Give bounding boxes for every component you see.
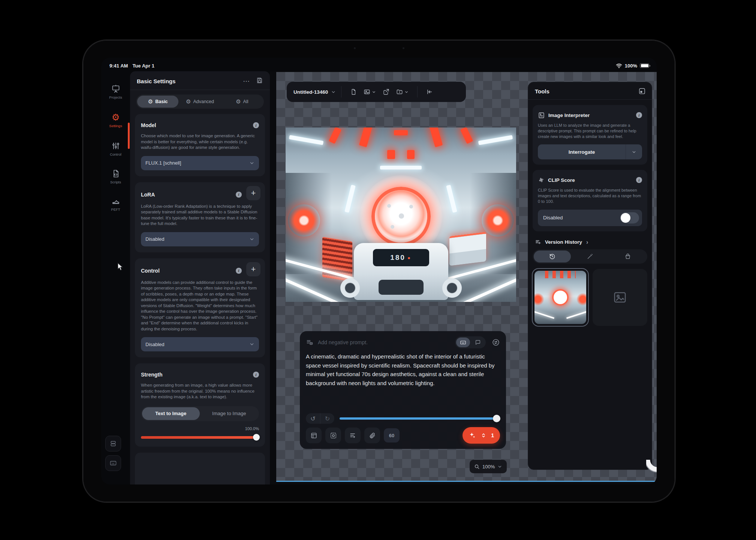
sidebar-item-label: Control — [110, 152, 121, 156]
chat-mode-icon[interactable] — [471, 338, 485, 347]
control-card: Control i + Additive models can provide … — [135, 258, 265, 358]
new-document-button[interactable] — [347, 88, 360, 95]
attachment-icon[interactable] — [364, 428, 380, 443]
interrogate-button[interactable]: Interrogate — [538, 144, 642, 159]
collapse-panel-icon[interactable] — [423, 88, 436, 95]
image-placeholder-icon — [612, 290, 627, 305]
strength-card: Strength i When generating from an image… — [135, 363, 265, 447]
undo-redo-group: ↺ ↻ — [306, 413, 334, 424]
prompt-text[interactable]: A cinematic, dramatic and hyperrealistic… — [306, 352, 495, 387]
add-control-button[interactable]: + — [246, 262, 260, 276]
script-file-icon — [111, 169, 120, 178]
insert-image-button[interactable] — [360, 88, 379, 95]
canvas-scroll-indicator[interactable] — [276, 481, 657, 482]
tab-basic[interactable]: ⚙ Basic — [137, 96, 178, 108]
info-icon[interactable]: i — [236, 192, 242, 198]
version-thumbnail-current[interactable] — [533, 269, 588, 326]
undo-button[interactable]: ↺ — [306, 413, 320, 424]
steps-value[interactable]: 60 — [384, 428, 400, 442]
sidebar-item-label: Scripts — [110, 180, 121, 184]
settings-scroll-area[interactable]: Model i Choose which model to use for im… — [130, 114, 270, 484]
gear-icon: ⚙ — [148, 99, 153, 105]
chevron-right-icon: › — [586, 239, 588, 246]
project-folder-button[interactable] — [393, 88, 412, 95]
history-slider[interactable] — [340, 415, 500, 422]
clip-score-state-label: Disabled — [543, 215, 563, 220]
tab-all[interactable]: ⚙ All — [222, 96, 263, 108]
share-export-button[interactable] — [379, 88, 393, 95]
chevron-down-icon — [249, 342, 254, 347]
version-history-header[interactable]: Version History › — [528, 237, 652, 249]
clip-score-toggle-row: Disabled — [538, 210, 642, 226]
interrogate-options-chevron[interactable] — [626, 144, 642, 159]
image-interpreter-card: Image Interpreter i Uses an LLM to analy… — [533, 105, 647, 165]
info-icon[interactable]: i — [636, 177, 642, 183]
ipad-device: 9:41 AM Tue Apr 1 100% — [83, 40, 675, 502]
divider — [130, 90, 270, 90]
control-description: Additive models can provide additional c… — [141, 280, 259, 332]
lora-dropdown[interactable]: Disabled — [141, 232, 259, 246]
layers-icon — [109, 440, 117, 447]
canvas-size-button[interactable] — [306, 428, 322, 443]
divider — [341, 86, 341, 98]
chevron-down-icon — [497, 464, 502, 469]
sidebar-item-settings[interactable]: ⚙ Settings — [101, 112, 130, 136]
mode-text-to-image[interactable]: Text to Image — [142, 407, 200, 420]
lora-description: LoRA (Low-order Rank Adaptation) is a te… — [141, 204, 259, 227]
page-curl-affordance[interactable] — [646, 460, 657, 475]
nav-rail: Projects ⚙ Settings Control — [101, 71, 130, 484]
mode-image-to-image[interactable]: Image to Image — [201, 407, 258, 420]
slider-knob[interactable] — [493, 415, 500, 422]
chevron-down-icon — [372, 90, 376, 94]
sidebar-item-scripts[interactable]: Scripts — [101, 169, 130, 192]
clip-score-icon — [538, 177, 545, 183]
sidebar-item-control[interactable]: Control — [101, 141, 130, 164]
negative-prompt-input[interactable]: Add negative prompt. — [318, 339, 451, 345]
version-thumbnail-placeholder[interactable] — [593, 269, 647, 326]
settings-panel-title: Basic Settings — [137, 78, 175, 84]
control-dropdown[interactable]: Disabled — [141, 337, 259, 351]
history-filter-button[interactable] — [534, 250, 571, 262]
generate-button[interactable]: 1 — [463, 427, 500, 444]
panels-toggle-button[interactable] — [105, 436, 121, 452]
toggle-knob — [621, 213, 630, 223]
add-lora-button[interactable]: + — [246, 186, 260, 200]
clip-score-card: CLIP Score i CLIP Score is used to evalu… — [533, 170, 647, 231]
chevron-down-icon[interactable] — [331, 90, 336, 94]
zoom-control[interactable]: 100% — [470, 460, 507, 473]
info-icon[interactable]: i — [253, 122, 259, 128]
version-history-filter — [533, 249, 647, 264]
info-icon[interactable]: i — [253, 372, 259, 378]
sidebar-item-projects[interactable]: Projects — [101, 84, 130, 107]
edits-filter-button[interactable] — [572, 250, 609, 262]
info-icon[interactable]: i — [236, 268, 242, 274]
model-title: Model — [141, 122, 156, 128]
tab-advanced[interactable]: ⚙ Advanced — [179, 96, 220, 108]
panel-toggle-icon[interactable] — [638, 87, 646, 95]
zoom-level: 100% — [482, 464, 495, 470]
generated-image-canvas[interactable]: 180● — [286, 128, 516, 302]
slider-knob[interactable] — [253, 434, 260, 441]
image-interpreter-title: Image Interpreter — [548, 112, 590, 118]
lora-card: LoRA i + LoRA (Low-order Rank Adaptation… — [135, 182, 265, 252]
prompt-queue-button[interactable] — [345, 428, 361, 443]
version-history-icon — [535, 239, 542, 246]
model-card: Model i Choose which model to use for im… — [135, 114, 265, 176]
model-dropdown[interactable]: FLUX.1 [schnell] — [141, 156, 259, 170]
clock-date: Tue Apr 1 — [132, 63, 154, 69]
sidebar-item-peft[interactable]: PEFT — [101, 196, 130, 219]
document-title[interactable]: Untitled-13460 — [293, 89, 328, 95]
strength-slider[interactable] — [141, 434, 259, 441]
info-icon[interactable]: i — [636, 112, 642, 118]
keyboard-mode-icon[interactable] — [456, 338, 470, 347]
keyboard-shortcuts-button[interactable] — [105, 455, 121, 471]
generation-settings-button[interactable] — [325, 428, 341, 443]
mouse-cursor — [117, 262, 124, 271]
more-options-icon[interactable]: ··· — [243, 78, 250, 84]
clip-score-toggle[interactable] — [620, 212, 639, 224]
exports-filter-button[interactable] — [609, 250, 646, 262]
image-interpreter-description: Uses an LLM to analyze the image and gen… — [538, 123, 642, 139]
save-preset-icon[interactable] — [256, 77, 263, 86]
redo-button[interactable]: ↻ — [320, 413, 334, 424]
swap-icon[interactable] — [492, 338, 500, 346]
